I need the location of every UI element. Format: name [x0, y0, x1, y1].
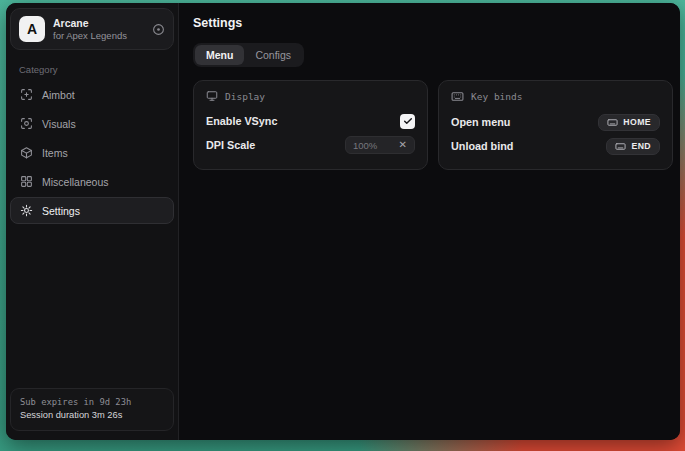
keyboard-icon — [607, 117, 618, 128]
unload-bind-row: Unload bind END — [451, 134, 660, 158]
gear-icon — [20, 204, 33, 217]
app-name: Arcane — [53, 17, 144, 30]
app-logo-letter: A — [27, 21, 37, 37]
tab-bar: Menu Configs — [193, 43, 304, 67]
package-icon — [20, 146, 33, 159]
unload-bind-label: Unload bind — [451, 140, 513, 152]
clear-icon[interactable]: ✕ — [399, 140, 407, 150]
display-card-title: Display — [225, 91, 265, 102]
category-label: Category — [19, 64, 174, 75]
app-window: A Arcane for Apex Legends Category Aimbo… — [6, 3, 680, 440]
display-card-header: Display — [206, 90, 415, 102]
dpi-scale-label: DPI Scale — [206, 139, 255, 151]
scan-eye-icon — [20, 117, 33, 130]
sidebar-item-label: Visuals — [42, 118, 76, 130]
keybinds-card: Key binds Open menu HOME Unload bind — [438, 80, 673, 170]
sidebar-item-settings[interactable]: Settings — [10, 197, 174, 224]
sidebar-item-aimbot[interactable]: Aimbot — [10, 81, 174, 108]
unload-bind-keybind[interactable]: END — [606, 138, 660, 155]
page-title: Settings — [193, 16, 673, 30]
keyboard-icon — [451, 90, 464, 103]
dpi-scale-row: DPI Scale 100% ✕ — [206, 133, 415, 157]
grid-icon — [20, 175, 33, 188]
dpi-scale-input[interactable]: 100% ✕ — [345, 136, 415, 154]
app-meta: Arcane for Apex Legends — [53, 17, 144, 42]
keybinds-card-title: Key binds — [471, 91, 522, 102]
vsync-label: Enable VSync — [206, 115, 277, 127]
open-menu-row: Open menu HOME — [451, 110, 660, 134]
monitor-icon — [206, 90, 218, 102]
sidebar-item-label: Items — [42, 147, 68, 159]
vsync-row: Enable VSync — [206, 109, 415, 133]
open-menu-keybind[interactable]: HOME — [598, 114, 660, 131]
open-menu-label: Open menu — [451, 116, 510, 128]
dpi-scale-value: 100% — [353, 140, 377, 151]
keybinds-card-header: Key binds — [451, 90, 660, 103]
app-logo: A — [19, 16, 45, 42]
keyboard-icon — [615, 141, 626, 152]
subscription-card: Sub expires in 9d 23h Session duration 3… — [10, 388, 174, 431]
sidebar: A Arcane for Apex Legends Category Aimbo… — [6, 3, 179, 440]
app-header-card: A Arcane for Apex Legends — [10, 8, 174, 50]
main-content: Settings Menu Configs Display Enable VSy… — [179, 3, 680, 440]
category-nav: Aimbot Visuals Items Miscellaneous — [10, 81, 174, 224]
settings-cards: Display Enable VSync DPI Scale 100% ✕ — [193, 80, 673, 170]
sub-expires-text: Sub expires in 9d 23h — [20, 396, 164, 409]
unload-bind-key: END — [631, 141, 651, 151]
display-card: Display Enable VSync DPI Scale 100% ✕ — [193, 80, 428, 170]
sidebar-item-label: Aimbot — [42, 89, 75, 101]
tab-configs[interactable]: Configs — [244, 45, 302, 65]
sidebar-item-label: Miscellaneous — [42, 176, 109, 188]
crosshair-scan-icon — [20, 88, 33, 101]
session-duration-text: Session duration 3m 26s — [20, 409, 164, 423]
circle-dot-icon[interactable] — [152, 23, 165, 36]
open-menu-key: HOME — [623, 117, 651, 127]
sidebar-item-items[interactable]: Items — [10, 139, 174, 166]
sidebar-item-visuals[interactable]: Visuals — [10, 110, 174, 137]
sidebar-item-miscellaneous[interactable]: Miscellaneous — [10, 168, 174, 195]
tab-menu[interactable]: Menu — [195, 45, 244, 65]
app-subtitle: for Apex Legends — [53, 30, 144, 42]
sidebar-item-label: Settings — [42, 205, 80, 217]
vsync-checkbox[interactable] — [400, 114, 415, 129]
